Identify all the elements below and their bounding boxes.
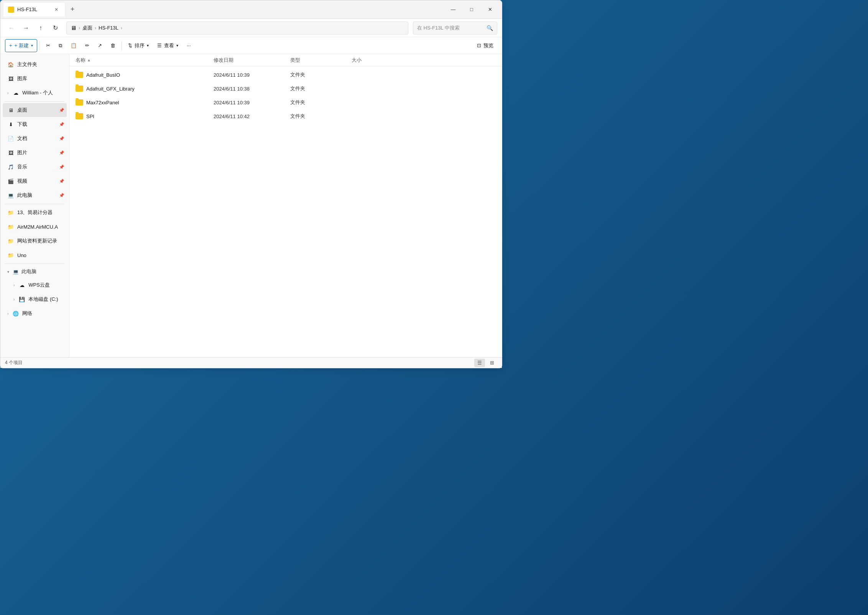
more-button[interactable]: ··· — [183, 39, 195, 52]
pictures-icon: 🖼 — [7, 149, 14, 156]
sidebar-item-music[interactable]: 🎵 音乐 📌 — [3, 160, 67, 174]
sidebar-divider-1 — [5, 101, 64, 102]
delete-button[interactable]: 🗑 — [107, 39, 119, 52]
sidebar-label-pictures: 图片 — [17, 149, 27, 156]
copy-button[interactable]: ⧉ — [55, 39, 66, 52]
preview-button[interactable]: ⊡ 预览 — [473, 39, 497, 52]
sidebar-item-gallery[interactable]: 🖼 图库 — [3, 72, 67, 86]
sidebar-item-folder-1[interactable]: 📁 13、简易计分器 — [3, 206, 67, 219]
expand-icon-wps: › — [13, 283, 15, 287]
file-list-header: 名称 ▲ 修改日期 类型 大小 — [69, 54, 502, 66]
desktop-icon: 🖥 — [7, 107, 14, 114]
file-type-max72xx: 文件夹 — [290, 99, 352, 106]
file-type-spi: 文件夹 — [290, 113, 352, 120]
tab-area: HS-F13L ✕ + — [3, 3, 444, 16]
refresh-button[interactable]: ↻ — [49, 21, 62, 35]
table-row[interactable]: SPI 2024/6/11 10:42 文件夹 — [69, 109, 502, 123]
sidebar-label-folder-1: 13、简易计分器 — [17, 209, 53, 216]
expand-icon-drive-c: › — [13, 297, 15, 302]
share-button[interactable]: ↗ — [94, 39, 106, 52]
preview-label: 预览 — [483, 42, 493, 49]
sort-chevron-icon: ▾ — [147, 43, 149, 48]
sidebar-item-desktop[interactable]: 🖥 桌面 📌 — [3, 103, 67, 117]
back-button[interactable]: ← — [5, 21, 18, 35]
sidebar-item-network[interactable]: › 🌐 网络 — [3, 307, 67, 320]
sidebar-label-drive-c: 本地磁盘 (C:) — [28, 296, 58, 303]
address-folder[interactable]: HS-F13L — [99, 25, 118, 31]
address-desktop[interactable]: 桌面 — [82, 25, 92, 31]
active-tab[interactable]: HS-F13L ✕ — [3, 3, 65, 16]
folder-icon-2: 📁 — [7, 223, 14, 230]
divider-2 — [122, 41, 122, 50]
videos-icon: 🎬 — [7, 178, 14, 185]
sidebar-item-wps[interactable]: › ☁ WPS云盘 — [3, 278, 67, 292]
sidebar-item-computer-section[interactable]: ▾ 💻 此电脑 — [3, 265, 67, 278]
sidebar-item-onedrive[interactable]: › ☁ William - 个人 — [3, 86, 67, 100]
expand-icon-network: › — [7, 312, 8, 316]
cut-icon: ✂ — [46, 43, 50, 48]
grid-view-button[interactable]: ⊞ — [487, 359, 497, 367]
file-date-max72xx: 2024/6/11 10:39 — [214, 100, 290, 106]
paste-button[interactable]: 📋 — [67, 39, 81, 52]
address-bar[interactable]: 🖥 › 桌面 › HS-F13L › — [66, 21, 408, 35]
view-label: 查看 — [164, 42, 174, 49]
sidebar-item-home[interactable]: 🏠 主文件夹 — [3, 58, 67, 71]
sort-button[interactable]: ⇅ 排序 ▾ — [124, 39, 153, 52]
table-row[interactable]: Adafruit_GFX_Library 2024/6/11 10:38 文件夹 — [69, 82, 502, 96]
sidebar-label-desktop: 桌面 — [17, 107, 27, 114]
sidebar-item-folder-2[interactable]: 📁 AirM2M.AirMCU.A — [3, 220, 67, 234]
column-date[interactable]: 修改日期 — [214, 57, 290, 64]
close-button[interactable]: ✕ — [481, 3, 499, 16]
rename-button[interactable]: ✏ — [81, 39, 93, 52]
sort-arrow-name: ▲ — [87, 58, 91, 62]
maximize-button[interactable]: □ — [463, 3, 480, 16]
file-date-adafruit-gfx: 2024/6/11 10:38 — [214, 86, 290, 92]
cut-button[interactable]: ✂ — [42, 39, 54, 52]
new-button[interactable]: + + 新建 ▾ — [5, 39, 37, 52]
sidebar-label-network: 网络 — [22, 310, 32, 317]
list-view-button[interactable]: ☰ — [474, 359, 485, 367]
column-name[interactable]: 名称 ▲ — [76, 57, 214, 64]
computer-section-icon: 💻 — [12, 268, 19, 275]
forward-button[interactable]: → — [20, 21, 33, 35]
search-placeholder: 在 HS-F13L 中搜索 — [417, 25, 484, 31]
file-name-spi: SPI — [76, 113, 214, 119]
minimize-button[interactable]: — — [444, 3, 462, 16]
folder-icon-1: 📁 — [7, 209, 14, 216]
pin-icon-music: 📌 — [59, 165, 64, 170]
sidebar-item-folder-3[interactable]: 📁 网站资料更新记录 — [3, 234, 67, 248]
navigation-toolbar: ← → ↑ ↻ 🖥 › 桌面 › HS-F13L › 在 HS-F13L 中搜索… — [0, 19, 502, 37]
address-sep-3: › — [121, 25, 122, 31]
music-icon: 🎵 — [7, 163, 14, 170]
search-bar[interactable]: 在 HS-F13L 中搜索 🔍 — [413, 21, 497, 35]
sidebar-item-downloads[interactable]: ⬇ 下载 📌 — [3, 117, 67, 131]
delete-icon: 🗑 — [110, 43, 115, 48]
table-row[interactable]: Adafruit_BusIO 2024/6/11 10:39 文件夹 — [69, 68, 502, 82]
view-chevron-icon: ▾ — [176, 43, 178, 48]
action-bar: + + 新建 ▾ ✂ ⧉ 📋 ✏ ↗ 🗑 ⇅ 排序 ▾ ☰ — [0, 37, 502, 54]
document-icon: 📄 — [7, 135, 14, 142]
column-type[interactable]: 类型 — [290, 57, 352, 64]
sidebar-label-onedrive: William - 个人 — [22, 89, 53, 96]
sidebar-label-home: 主文件夹 — [17, 61, 37, 68]
view-button[interactable]: ☰ 查看 ▾ — [153, 39, 182, 52]
table-row[interactable]: Max72xxPanel 2024/6/11 10:39 文件夹 — [69, 96, 502, 109]
file-date-spi: 2024/6/11 10:42 — [214, 114, 290, 119]
pin-icon-downloads: 📌 — [59, 122, 64, 127]
sidebar-item-folder-4[interactable]: 📁 Uno — [3, 248, 67, 262]
sidebar-item-documents[interactable]: 📄 文档 📌 — [3, 132, 67, 145]
window-controls: — □ ✕ — [444, 3, 499, 16]
sidebar-item-thispc[interactable]: 💻 此电脑 📌 — [3, 188, 67, 202]
sidebar-item-pictures[interactable]: 🖼 图片 📌 — [3, 146, 67, 160]
sidebar-label-folder-4: Uno — [17, 252, 26, 258]
sidebar-label-music: 音乐 — [17, 163, 27, 170]
up-button[interactable]: ↑ — [34, 21, 47, 35]
title-bar: HS-F13L ✕ + — □ ✕ — [0, 0, 502, 19]
new-label: + 新建 — [15, 42, 29, 49]
column-size[interactable]: 大小 — [352, 57, 398, 64]
sidebar-item-drive-c[interactable]: › 💾 本地磁盘 (C:) — [3, 292, 67, 306]
new-tab-button[interactable]: + — [66, 3, 79, 16]
sidebar-item-videos[interactable]: 🎬 视频 📌 — [3, 174, 67, 188]
gallery-icon: 🖼 — [7, 75, 14, 82]
tab-close-button[interactable]: ✕ — [53, 6, 60, 13]
